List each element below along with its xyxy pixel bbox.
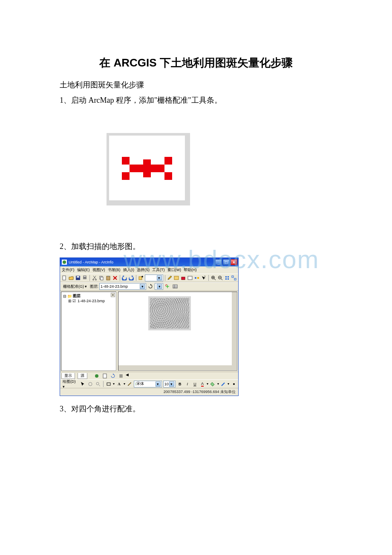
svg-point-35 bbox=[233, 383, 235, 385]
svg-rect-15 bbox=[188, 276, 192, 280]
svg-rect-25 bbox=[232, 276, 233, 278]
svg-point-16 bbox=[195, 277, 196, 279]
vertical-scrollbar[interactable] bbox=[232, 292, 237, 370]
refresh-icon[interactable] bbox=[110, 373, 116, 379]
edit-vertices-icon[interactable] bbox=[127, 381, 133, 387]
open-icon[interactable] bbox=[68, 275, 74, 281]
delete-icon[interactable] bbox=[112, 275, 118, 281]
arccatalog-icon[interactable] bbox=[173, 275, 179, 281]
redo-icon[interactable] bbox=[128, 275, 134, 281]
checkbox-icon[interactable]: ☑ bbox=[72, 299, 76, 303]
print-icon[interactable] bbox=[82, 275, 88, 281]
fontsize-dropdown[interactable]: 10 ▾ bbox=[163, 381, 176, 387]
menu-view[interactable]: 视图(V) bbox=[92, 267, 105, 273]
help-pointer-icon[interactable]: ? bbox=[201, 275, 207, 281]
toc-tabstrip: 显示 源 ◀ bbox=[60, 372, 238, 379]
undo-icon[interactable] bbox=[121, 275, 127, 281]
menu-insert[interactable]: 插入(I) bbox=[123, 267, 135, 273]
scale-dropdown[interactable]: ▾ bbox=[145, 275, 163, 281]
svg-rect-29 bbox=[103, 374, 107, 378]
fill-color-icon[interactable] bbox=[210, 381, 216, 387]
full-extent-icon[interactable] bbox=[224, 275, 230, 281]
menu-edit[interactable]: 编辑(E) bbox=[77, 267, 90, 273]
menu-tools[interactable]: 工具(T) bbox=[152, 267, 165, 273]
minimize-button[interactable]: _ bbox=[215, 259, 222, 265]
toolbox-icon[interactable] bbox=[180, 275, 186, 281]
svg-rect-1 bbox=[63, 276, 66, 280]
georef-layer-dropdown[interactable]: 1-48-24-23.bmp ▾ bbox=[99, 283, 146, 290]
toc-root[interactable]: ⊟ 📁 图层 bbox=[62, 293, 115, 299]
tab-display[interactable]: 显示 bbox=[61, 373, 75, 379]
font-dropdown[interactable]: ⁞ 宋体 ▾ bbox=[134, 381, 161, 387]
save-icon[interactable] bbox=[75, 275, 81, 281]
editor-icon[interactable] bbox=[167, 275, 173, 281]
chevron-down-icon: ▾ bbox=[169, 382, 174, 387]
font-name: 宋体 bbox=[136, 381, 144, 387]
svg-rect-23 bbox=[225, 278, 227, 280]
zoom-out-icon[interactable] bbox=[217, 275, 223, 281]
toc-item-row[interactable]: ⊞ ☑ 1-48-24-23.bmp bbox=[62, 299, 115, 303]
select-elements-icon[interactable] bbox=[80, 381, 86, 387]
table-of-contents[interactable]: × ⊟ 📁 图层 ⊞ ☑ 1-48-24-23.bmp bbox=[61, 292, 116, 371]
svg-rect-24 bbox=[228, 278, 229, 280]
georef-rotate-dropdown[interactable]: ▾ bbox=[155, 283, 163, 290]
horizontal-scrollbar[interactable] bbox=[118, 365, 237, 370]
copy-icon[interactable] bbox=[98, 275, 104, 281]
toc-close-icon[interactable]: × bbox=[111, 293, 115, 297]
svg-point-6 bbox=[92, 279, 94, 280]
map-view[interactable] bbox=[118, 292, 237, 371]
data-view-icon[interactable] bbox=[93, 373, 100, 379]
font-color-icon[interactable]: A bbox=[199, 381, 206, 387]
menu-window[interactable]: 窗口(W) bbox=[167, 267, 182, 273]
italic-icon[interactable]: I bbox=[184, 381, 191, 387]
chevron-down-icon: ▾ bbox=[156, 382, 161, 387]
text-tool-icon[interactable]: A bbox=[116, 381, 122, 387]
svg-point-28 bbox=[95, 374, 98, 378]
georef-rotate-icon[interactable] bbox=[147, 283, 154, 290]
georef-addpoint-icon[interactable] bbox=[164, 283, 171, 290]
zoom-element-icon[interactable] bbox=[95, 381, 101, 387]
svg-rect-27 bbox=[173, 285, 177, 288]
menu-help[interactable]: 帮助(H) bbox=[184, 267, 197, 273]
georeferencing-toolbar: 栅格配准(G) ▾ 图层: 1-48-24-23.bmp ▾ ▾ bbox=[60, 282, 238, 291]
svg-rect-12 bbox=[139, 277, 142, 280]
rotate-element-icon[interactable] bbox=[87, 381, 94, 387]
plus-icon: ⊞ bbox=[68, 299, 72, 303]
new-icon[interactable] bbox=[61, 275, 67, 281]
georef-linktable-icon[interactable] bbox=[172, 283, 179, 290]
menu-file[interactable]: 文件(F) bbox=[62, 267, 75, 273]
svg-rect-17 bbox=[197, 277, 199, 279]
svg-point-0 bbox=[63, 260, 66, 264]
underline-icon[interactable]: U bbox=[192, 381, 198, 387]
raster-layer bbox=[148, 296, 191, 330]
pause-icon[interactable] bbox=[118, 373, 124, 379]
zoom-in-icon[interactable] bbox=[210, 275, 216, 281]
standard-toolbar: ▾ ? bbox=[60, 274, 238, 282]
menu-select[interactable]: 选择(S) bbox=[137, 267, 150, 273]
svg-rect-10 bbox=[107, 276, 110, 280]
fixed-zoom-icon[interactable] bbox=[231, 275, 237, 281]
bold-icon[interactable]: B bbox=[177, 381, 183, 387]
add-data-icon[interactable] bbox=[138, 275, 144, 281]
svg-rect-14 bbox=[182, 277, 185, 280]
svg-rect-13 bbox=[174, 276, 179, 280]
draw-menu[interactable]: 绘图(D) ▾ bbox=[61, 379, 78, 389]
layout-view-icon[interactable] bbox=[101, 373, 108, 379]
titlebar[interactable]: Untitled - ArcMap - ArcInfo _ □ × bbox=[60, 258, 238, 266]
cut-icon[interactable] bbox=[92, 275, 98, 281]
paste-icon[interactable] bbox=[105, 275, 111, 281]
line-color-icon[interactable] bbox=[220, 381, 227, 387]
close-button[interactable]: × bbox=[231, 259, 237, 265]
command-icon[interactable] bbox=[187, 275, 193, 281]
menu-bookmarks[interactable]: 书签(B) bbox=[108, 267, 121, 273]
georef-toolbar-icon-image bbox=[107, 133, 190, 205]
menubar: 文件(F) 编辑(E) 视图(V) 书签(B) 插入(I) 选择(S) 工具(T… bbox=[60, 266, 238, 274]
svg-rect-4 bbox=[83, 277, 86, 279]
georef-menu[interactable]: 栅格配准(G) ▾ bbox=[61, 284, 89, 289]
minus-icon: ⊟ bbox=[63, 294, 66, 298]
marker-color-icon[interactable] bbox=[231, 381, 237, 387]
maximize-button[interactable]: □ bbox=[223, 259, 230, 265]
model-icon[interactable] bbox=[194, 275, 200, 281]
rect-tool-icon[interactable] bbox=[106, 381, 112, 387]
tab-source[interactable]: 源 bbox=[78, 373, 87, 379]
